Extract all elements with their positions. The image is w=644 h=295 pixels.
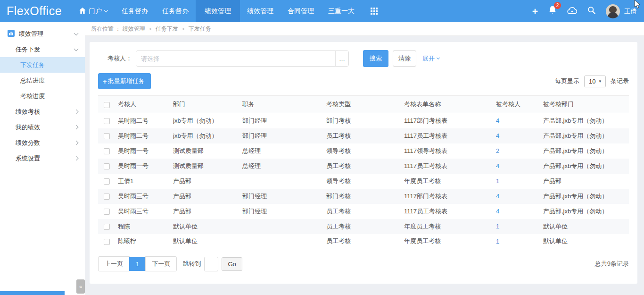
select-all-checkbox[interactable] [104,102,110,108]
clear-button[interactable]: 清除 [393,51,416,67]
sidebar-item-assessment-progress[interactable]: 考核进度 [0,88,85,104]
nav-label: 绩效管理 [247,7,273,16]
nav-item-task-supervision-1[interactable]: 任务督办 [115,0,155,22]
go-button[interactable]: Go [222,257,242,271]
expand-link[interactable]: 展开 [422,54,439,63]
chevron-right-icon [74,110,79,114]
cell-assessor: 吴时雨三号 [113,189,168,204]
cell-form: 1117部门考核表 [399,189,491,204]
apps-grid-button[interactable] [362,0,385,22]
row-checkbox[interactable] [104,178,110,185]
cell-assessed-count-link[interactable]: 4 [491,128,538,143]
assessor-picker-button[interactable]: … [335,51,348,66]
col-header-assessment-type: 考核类型 [322,96,399,113]
top-bar: FlexOffice 门户 任务督办 任务督办 绩效管理 绩效管理 合同管理 三… [0,0,644,22]
batch-add-task-button[interactable]: + 批量新增任务 [98,73,151,89]
nav-item-performance-active[interactable]: 绩效管理 [196,0,240,22]
plus-icon: + [103,78,107,85]
cell-assessed-count-link[interactable]: 1 [491,234,538,249]
row-checkbox[interactable] [104,133,110,139]
cell-form: 年度员工考核 [399,234,491,249]
chevron-down-icon [74,46,79,51]
add-icon[interactable]: + [532,6,538,16]
cell-assessed-count-link[interactable]: 4 [491,189,538,204]
nav-item-three-major[interactable]: 三重一大 [321,0,362,22]
search-button[interactable]: 搜索 [363,50,388,67]
breadcrumb-item[interactable]: 下发任务 [189,25,211,33]
cell-assessor: 程陈 [113,219,168,234]
nav-label: 任务督办 [162,7,189,16]
current-page-button[interactable]: 1 [129,257,146,271]
cell-type: 员工考核 [322,219,399,234]
sidebar-item-dispatch-task[interactable]: 下发任务 [0,57,85,73]
row-checkbox[interactable] [104,194,110,200]
breadcrumb-item[interactable]: 任务下发 [156,25,178,33]
cell-assessed-count-link[interactable]: 4 [491,113,538,128]
breadcrumb-item[interactable]: 绩效管理 [123,25,145,33]
sidebar-item-label: 总结进度 [20,76,45,85]
sidebar-item-performance-assessment[interactable]: 绩效考核 [0,104,85,119]
cell-form: 年度员工考核 [399,174,491,189]
grid-icon [371,8,378,15]
col-header-form-name: 考核表单名称 [399,96,491,113]
cell-form: 年度员工考核 [399,219,491,234]
cell-assessor: 吴时雨一号 [113,159,168,174]
chevron-right-icon [74,125,79,130]
page-size-value: 10 [589,78,595,85]
cloud-button[interactable] [567,7,577,16]
sidebar-item-performance-score[interactable]: 绩效分数 [0,135,85,151]
chevron-down-icon [104,8,108,12]
expand-label: 展开 [422,54,435,63]
cell-position: 部门经理 [238,189,322,204]
main-nav: 门户 任务督办 任务督办 绩效管理 绩效管理 合同管理 三重一大 [72,0,385,22]
cell-assessed-count-link[interactable]: 2 [491,143,538,159]
row-checkbox[interactable] [104,209,110,215]
page-size-select[interactable]: 10 ▾ [584,76,606,87]
sidebar-collapse-button[interactable]: « [76,279,85,294]
cell-assessed-count-link[interactable]: 4 [491,159,538,174]
nav-item-task-supervision-2[interactable]: 任务督办 [155,0,196,22]
page-size-suffix: 条记录 [611,77,629,85]
sidebar-item-task-dispatch[interactable]: 任务下发 [0,42,85,57]
next-page-button[interactable]: 下一页 [145,256,177,271]
nav-label: 合同管理 [288,7,314,16]
table-row: 吴时雨一号 测试质量部 总经理 员工考核 1117员工考核表 4 产品部,jxb… [98,159,629,174]
row-checkbox[interactable] [104,224,110,230]
cell-assessor: 吴时雨二号 [113,128,168,143]
table-row: 陈曦柠 默认单位 员工考核 年度员工考核 1 默认单位 [98,234,629,249]
cell-form: 1117员工考核表 [399,204,491,219]
home-icon [79,8,86,15]
row-checkbox[interactable] [104,239,110,245]
sidebar-item-summary-progress[interactable]: 总结进度 [0,73,85,88]
cell-assessed-dept: 产品部,jxb专用（勿动） [538,143,629,159]
row-checkbox[interactable] [104,163,110,169]
nav-item-portal[interactable]: 门户 [72,0,115,22]
sidebar-item-system-settings[interactable]: 系统设置 [0,151,85,166]
cell-assessed-count-link[interactable]: 4 [491,204,538,219]
search-button[interactable] [587,6,595,16]
cell-assessed-count-link[interactable]: 1 [491,174,538,189]
prev-page-button[interactable]: 上一页 [98,256,130,271]
sidebar-item-my-performance[interactable]: 我的绩效 [0,119,85,135]
cell-type: 领导考核 [322,174,399,189]
assessor-input[interactable] [136,51,335,66]
cell-assessor: 吴时雨一号 [113,143,168,159]
cell-department: 产品部 [168,189,238,204]
jump-to-input[interactable] [204,257,218,271]
sidebar-item-label: 绩效管理 [19,30,43,38]
tasks-table: 考核人 部门 职务 考核类型 考核表单名称 被考核人 被考核部门 吴时雨二号 [98,95,629,249]
row-checkbox[interactable] [104,148,110,154]
sidebar-item-performance-root[interactable]: 绩效管理 [0,26,85,42]
notifications-button[interactable]: 2 [548,6,557,17]
cell-department: jxb专用（勿动） [168,113,238,128]
user-menu[interactable]: 王倩 [606,4,636,18]
sidebar: 绩效管理 任务下发 下发任务 总结进度 考核进度 绩效考核 我的绩效 绩效分数 [0,22,85,295]
nav-item-contract[interactable]: 合同管理 [281,0,321,22]
row-checkbox[interactable] [104,118,110,124]
page-size-prefix: 每页显示 [555,77,579,85]
nav-item-performance-2[interactable]: 绩效管理 [240,0,281,22]
cell-department: 默认单位 [168,234,238,249]
cell-assessor: 吴时雨三号 [113,204,168,219]
avatar [606,4,620,18]
cell-assessed-count-link[interactable]: 1 [491,219,538,234]
